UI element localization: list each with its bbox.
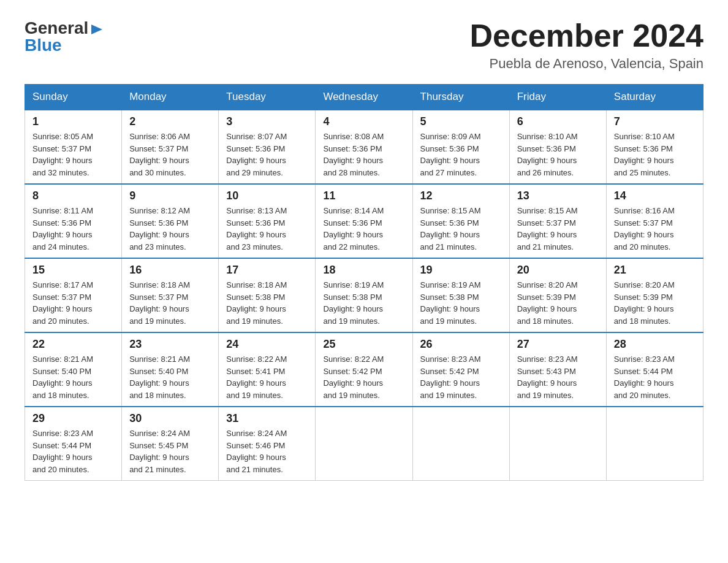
sunset-label: Sunset: 5:36 PM bbox=[129, 218, 188, 228]
day-number: 18 bbox=[323, 264, 404, 277]
daylight-label: Daylight: 9 hours bbox=[226, 453, 286, 462]
location-subtitle: Puebla de Arenoso, Valencia, Spain bbox=[469, 56, 703, 72]
week-row-1: 1 Sunrise: 8:05 AM Sunset: 5:37 PM Dayli… bbox=[25, 110, 703, 184]
day-cell-8: 8 Sunrise: 8:11 AM Sunset: 5:36 PM Dayli… bbox=[25, 184, 122, 258]
daylight-label: Daylight: 9 hours bbox=[129, 304, 189, 313]
daylight-minutes: and 21 minutes. bbox=[517, 242, 574, 251]
col-header-saturday: Saturday bbox=[606, 85, 703, 110]
day-info: Sunrise: 8:17 AM Sunset: 5:37 PM Dayligh… bbox=[32, 279, 114, 327]
day-number: 29 bbox=[32, 412, 114, 425]
logo-triangle-icon bbox=[90, 22, 104, 36]
daylight-minutes: and 21 minutes. bbox=[420, 242, 477, 251]
daylight-minutes: and 19 minutes. bbox=[323, 316, 380, 326]
sunset-label: Sunset: 5:37 PM bbox=[129, 144, 188, 153]
daylight-label: Daylight: 9 hours bbox=[32, 156, 93, 165]
daylight-label: Daylight: 9 hours bbox=[323, 230, 383, 239]
daylight-label: Daylight: 9 hours bbox=[614, 156, 674, 165]
day-info: Sunrise: 8:15 AM Sunset: 5:37 PM Dayligh… bbox=[517, 205, 599, 253]
daylight-label: Daylight: 9 hours bbox=[517, 304, 577, 313]
day-number: 19 bbox=[420, 264, 502, 277]
day-cell-23: 23 Sunrise: 8:21 AM Sunset: 5:40 PM Dayl… bbox=[122, 332, 219, 407]
day-number: 14 bbox=[614, 190, 696, 202]
day-number: 11 bbox=[323, 190, 404, 202]
daylight-minutes: and 19 minutes. bbox=[226, 391, 283, 400]
day-cell-30: 30 Sunrise: 8:24 AM Sunset: 5:45 PM Dayl… bbox=[122, 407, 219, 481]
sunset-label: Sunset: 5:36 PM bbox=[323, 218, 382, 228]
logo-blue-text: Blue bbox=[25, 36, 104, 55]
calendar-header-row: SundayMondayTuesdayWednesdayThursdayFrid… bbox=[25, 85, 703, 110]
day-info: Sunrise: 8:20 AM Sunset: 5:39 PM Dayligh… bbox=[614, 279, 696, 327]
calendar-table: SundayMondayTuesdayWednesdayThursdayFrid… bbox=[25, 84, 703, 481]
day-info: Sunrise: 8:24 AM Sunset: 5:45 PM Dayligh… bbox=[129, 427, 211, 475]
day-number: 2 bbox=[129, 115, 211, 128]
sunrise-label: Sunrise: 8:13 AM bbox=[226, 206, 287, 215]
day-number: 28 bbox=[614, 338, 696, 351]
col-header-wednesday: Wednesday bbox=[316, 85, 412, 110]
day-number: 15 bbox=[32, 264, 114, 277]
daylight-minutes: and 19 minutes. bbox=[129, 316, 186, 326]
day-info: Sunrise: 8:19 AM Sunset: 5:38 PM Dayligh… bbox=[323, 279, 404, 327]
daylight-label: Daylight: 9 hours bbox=[226, 156, 286, 165]
day-number: 25 bbox=[323, 338, 404, 351]
day-cell-27: 27 Sunrise: 8:23 AM Sunset: 5:43 PM Dayl… bbox=[509, 332, 606, 407]
day-number: 17 bbox=[226, 264, 308, 277]
sunrise-label: Sunrise: 8:16 AM bbox=[614, 206, 675, 215]
sunrise-label: Sunrise: 8:20 AM bbox=[614, 280, 675, 289]
sunset-label: Sunset: 5:36 PM bbox=[226, 144, 285, 153]
day-info: Sunrise: 8:11 AM Sunset: 5:36 PM Dayligh… bbox=[32, 205, 114, 253]
day-cell-19: 19 Sunrise: 8:19 AM Sunset: 5:38 PM Dayl… bbox=[412, 258, 509, 332]
sunset-label: Sunset: 5:44 PM bbox=[614, 367, 673, 376]
sunrise-label: Sunrise: 8:22 AM bbox=[323, 354, 384, 364]
day-info: Sunrise: 8:22 AM Sunset: 5:41 PM Dayligh… bbox=[226, 353, 308, 401]
sunset-label: Sunset: 5:38 PM bbox=[420, 293, 479, 302]
daylight-minutes: and 25 minutes. bbox=[614, 168, 671, 177]
day-cell-16: 16 Sunrise: 8:18 AM Sunset: 5:37 PM Dayl… bbox=[122, 258, 219, 332]
col-header-monday: Monday bbox=[122, 85, 219, 110]
empty-cell bbox=[316, 407, 412, 481]
sunset-label: Sunset: 5:38 PM bbox=[323, 293, 382, 302]
sunrise-label: Sunrise: 8:06 AM bbox=[129, 132, 190, 141]
daylight-minutes: and 30 minutes. bbox=[129, 168, 186, 177]
daylight-label: Daylight: 9 hours bbox=[517, 230, 577, 239]
sunrise-label: Sunrise: 8:24 AM bbox=[226, 429, 287, 438]
daylight-label: Daylight: 9 hours bbox=[129, 453, 189, 462]
sunrise-label: Sunrise: 8:23 AM bbox=[32, 429, 93, 438]
daylight-minutes: and 20 minutes. bbox=[32, 465, 89, 474]
day-number: 21 bbox=[614, 264, 696, 277]
sunset-label: Sunset: 5:37 PM bbox=[129, 293, 188, 302]
day-info: Sunrise: 8:18 AM Sunset: 5:37 PM Dayligh… bbox=[129, 279, 211, 327]
sunrise-label: Sunrise: 8:20 AM bbox=[517, 280, 578, 289]
daylight-label: Daylight: 9 hours bbox=[420, 378, 480, 388]
sunrise-label: Sunrise: 8:18 AM bbox=[226, 280, 287, 289]
sunset-label: Sunset: 5:41 PM bbox=[226, 367, 285, 376]
header-right: December 2024 Puebla de Arenoso, Valenci… bbox=[469, 18, 703, 72]
day-number: 5 bbox=[420, 115, 502, 128]
day-cell-13: 13 Sunrise: 8:15 AM Sunset: 5:37 PM Dayl… bbox=[509, 184, 606, 258]
empty-cell bbox=[509, 407, 606, 481]
day-info: Sunrise: 8:23 AM Sunset: 5:44 PM Dayligh… bbox=[32, 427, 114, 475]
day-number: 31 bbox=[226, 412, 308, 425]
day-info: Sunrise: 8:08 AM Sunset: 5:36 PM Dayligh… bbox=[323, 131, 404, 178]
col-header-tuesday: Tuesday bbox=[219, 85, 316, 110]
daylight-minutes: and 23 minutes. bbox=[226, 242, 283, 251]
daylight-label: Daylight: 9 hours bbox=[129, 378, 189, 388]
daylight-label: Daylight: 9 hours bbox=[32, 230, 93, 239]
week-row-2: 8 Sunrise: 8:11 AM Sunset: 5:36 PM Dayli… bbox=[25, 184, 703, 258]
day-info: Sunrise: 8:13 AM Sunset: 5:36 PM Dayligh… bbox=[226, 205, 308, 253]
daylight-minutes: and 27 minutes. bbox=[420, 168, 477, 177]
daylight-minutes: and 21 minutes. bbox=[226, 465, 283, 474]
sunset-label: Sunset: 5:36 PM bbox=[226, 218, 285, 228]
week-row-4: 22 Sunrise: 8:21 AM Sunset: 5:40 PM Dayl… bbox=[25, 332, 703, 407]
sunset-label: Sunset: 5:42 PM bbox=[323, 367, 382, 376]
sunset-label: Sunset: 5:38 PM bbox=[226, 293, 285, 302]
week-row-3: 15 Sunrise: 8:17 AM Sunset: 5:37 PM Dayl… bbox=[25, 258, 703, 332]
day-info: Sunrise: 8:20 AM Sunset: 5:39 PM Dayligh… bbox=[517, 279, 599, 327]
daylight-minutes: and 19 minutes. bbox=[323, 391, 380, 400]
day-number: 9 bbox=[129, 190, 211, 202]
daylight-label: Daylight: 9 hours bbox=[420, 156, 480, 165]
sunrise-label: Sunrise: 8:10 AM bbox=[517, 132, 578, 141]
daylight-minutes: and 32 minutes. bbox=[32, 168, 89, 177]
day-info: Sunrise: 8:07 AM Sunset: 5:36 PM Dayligh… bbox=[226, 131, 308, 178]
day-number: 23 bbox=[129, 338, 211, 351]
daylight-minutes: and 18 minutes. bbox=[32, 391, 89, 400]
